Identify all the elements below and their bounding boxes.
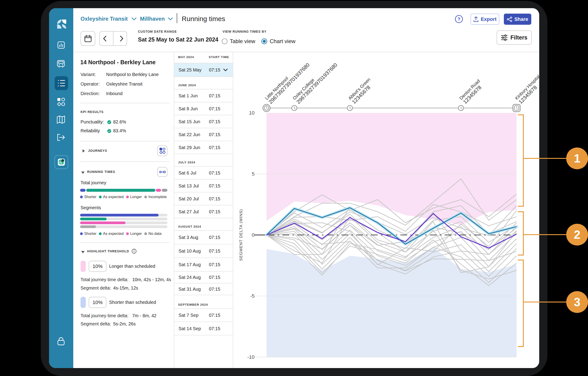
svg-text:2: 2: [574, 228, 580, 241]
svg-text:3: 3: [574, 295, 580, 309]
svg-text:1: 1: [574, 152, 580, 165]
